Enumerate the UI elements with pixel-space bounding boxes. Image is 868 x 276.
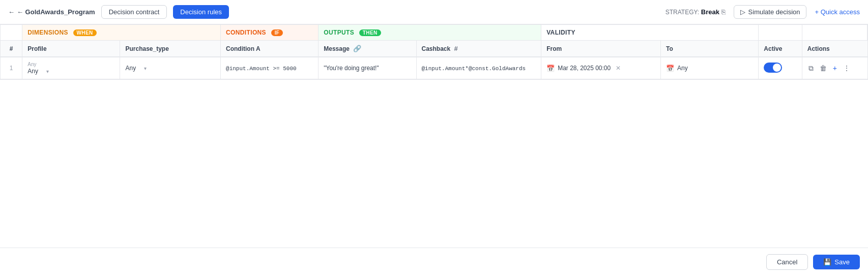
- actions-cell: ⧉ 🗑 + ⋮: [802, 57, 867, 79]
- row-number: 1: [1, 57, 22, 79]
- profile-any-label: Any: [27, 62, 114, 67]
- delete-row-icon[interactable]: 🗑: [819, 63, 828, 73]
- col-cashback: Cashback #: [416, 41, 541, 57]
- col-message: Message 🔗: [319, 41, 416, 57]
- purchase-type-chevron-icon: ▾: [144, 66, 147, 71]
- header-right-section: STRATEGY: Break ⎘ ▷ Simulate decision + …: [666, 5, 860, 19]
- outputs-header: OUTPUTS THEN: [319, 25, 541, 41]
- to-date-value: Any: [677, 65, 688, 72]
- from-cell[interactable]: 📅 Mar 28, 2025 00:00 ✕: [541, 57, 661, 79]
- purchase-type-cell[interactable]: Any ▾: [120, 57, 221, 79]
- add-row-icon[interactable]: +: [832, 63, 838, 73]
- active-section-header: [759, 25, 802, 41]
- actions-section-header: [802, 25, 867, 41]
- quick-access-button[interactable]: + Quick access: [815, 8, 860, 16]
- col-active: Active: [759, 41, 802, 57]
- strategy-copy-icon[interactable]: ⎘: [721, 8, 726, 16]
- decision-rules-button[interactable]: Decision rules: [173, 5, 229, 19]
- simulate-decision-button[interactable]: ▷ Simulate decision: [734, 5, 807, 19]
- col-condition-a: Condition A: [221, 41, 319, 57]
- strategy-section: STRATEGY: Break ⎘: [666, 8, 726, 16]
- app-title: ← GoldAwards_Program: [17, 8, 95, 16]
- to-cell[interactable]: 📅 Any: [661, 57, 759, 79]
- col-num: #: [1, 41, 22, 57]
- more-actions-icon[interactable]: ⋮: [842, 63, 851, 73]
- empty-header-cell: [1, 25, 22, 41]
- cashback-cell[interactable]: @input.Amount*@const.GoldAwards: [416, 57, 541, 79]
- from-clear-icon[interactable]: ✕: [616, 65, 621, 72]
- table-row: 1 Any Any ▾ Any ▾: [1, 57, 867, 79]
- conditions-header: CONDITIONS IF: [221, 25, 319, 41]
- from-calendar-icon: 📅: [546, 65, 555, 72]
- validity-header: VALIDITY: [541, 25, 759, 41]
- if-badge: IF: [271, 29, 283, 36]
- decision-table: DIMENSIONS WHEN CONDITIONS IF OUTPUTS TH…: [1, 25, 867, 79]
- cashback-value: @input.Amount*@const.GoldAwards: [422, 66, 526, 72]
- message-cell[interactable]: "You're doing great!": [319, 57, 416, 79]
- active-toggle[interactable]: [764, 63, 782, 73]
- strategy-prefix: STRATEGY:: [666, 9, 699, 16]
- copy-row-icon[interactable]: ⧉: [807, 63, 815, 74]
- message-link-icon: 🔗: [353, 45, 361, 52]
- when-badge: WHEN: [73, 29, 97, 36]
- cashback-hash-icon: #: [454, 45, 458, 52]
- profile-chevron-icon: ▾: [46, 69, 49, 74]
- decision-contract-button[interactable]: Decision contract: [101, 5, 167, 19]
- col-actions: Actions: [802, 41, 867, 57]
- strategy-value: Break: [701, 8, 719, 16]
- condition-a-cell[interactable]: @input.Amount >= 5000: [221, 57, 319, 79]
- then-badge: THEN: [359, 29, 381, 36]
- profile-select[interactable]: Any: [27, 68, 44, 75]
- dimensions-header: DIMENSIONS WHEN: [22, 25, 221, 41]
- to-calendar-icon: 📅: [666, 65, 674, 72]
- back-button[interactable]: ← ← GoldAwards_Program: [8, 8, 95, 16]
- decision-table-container: DIMENSIONS WHEN CONDITIONS IF OUTPUTS TH…: [0, 24, 868, 80]
- from-date-value: Mar 28, 2025 00:00: [558, 65, 611, 72]
- profile-cell[interactable]: Any Any ▾: [22, 57, 120, 79]
- app-header: ← ← GoldAwards_Program Decision contract…: [0, 0, 868, 24]
- section-header-row: DIMENSIONS WHEN CONDITIONS IF OUTPUTS TH…: [1, 25, 867, 41]
- col-from: From: [541, 41, 661, 57]
- col-header-row: # Profile Purchase_type Condition A Mess…: [1, 41, 867, 57]
- back-arrow-icon: ←: [8, 8, 15, 16]
- play-icon: ▷: [740, 8, 745, 16]
- active-cell[interactable]: [759, 57, 802, 79]
- col-to: To: [661, 41, 759, 57]
- purchase-type-select[interactable]: Any: [125, 65, 142, 72]
- col-profile: Profile: [22, 41, 120, 57]
- col-purchase-type: Purchase_type: [120, 41, 221, 57]
- message-value: "You're doing great!": [324, 65, 379, 72]
- condition-a-value: @input.Amount >= 5000: [226, 66, 297, 72]
